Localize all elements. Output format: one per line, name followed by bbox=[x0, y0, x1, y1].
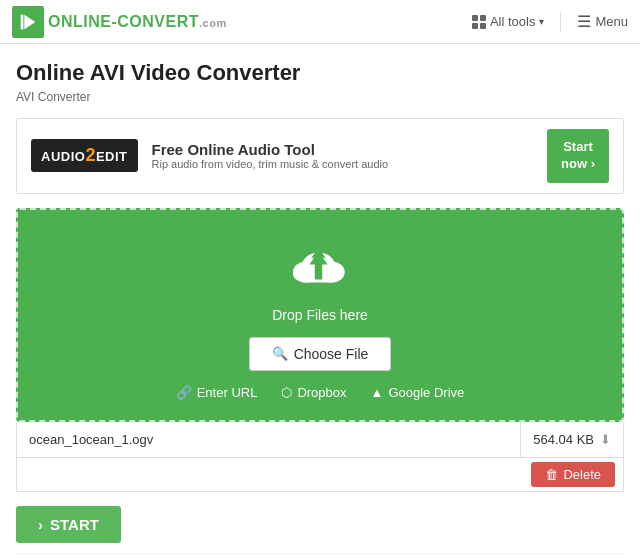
logo-svg bbox=[17, 11, 39, 33]
main-content: Online AVI Video Converter AVI Converter… bbox=[0, 44, 640, 560]
nav-divider bbox=[560, 12, 561, 32]
file-size-value: 564.04 KB bbox=[533, 432, 594, 447]
grid-icon bbox=[472, 15, 486, 29]
search-icon: 🔍 bbox=[272, 346, 288, 361]
ad-title: Free Online Audio Tool bbox=[152, 141, 534, 158]
ad-start-button[interactable]: Start now › bbox=[547, 129, 609, 183]
start-arrow-icon: › bbox=[38, 516, 43, 533]
start-section: › START bbox=[16, 492, 624, 553]
delete-label: Delete bbox=[563, 467, 601, 482]
delete-button[interactable]: 🗑 Delete bbox=[531, 462, 615, 487]
optional-settings: ⚙ Optional Settings Choose a Preset: no … bbox=[16, 553, 624, 560]
gdrive-icon: ▲ bbox=[371, 385, 384, 400]
ad-logo-after: EDIT bbox=[96, 149, 128, 164]
ad-logo-num: 2 bbox=[85, 145, 96, 165]
ad-logo: AUDIO2EDIT bbox=[31, 139, 138, 172]
enter-url-label: Enter URL bbox=[197, 385, 258, 400]
ad-logo-before: AUDIO bbox=[41, 149, 85, 164]
svg-rect-1 bbox=[21, 14, 24, 29]
menu-lines-icon: ☰ bbox=[577, 12, 591, 31]
logo-icon bbox=[12, 6, 44, 38]
ad-banner: AUDIO2EDIT Free Online Audio Tool Rip au… bbox=[16, 118, 624, 194]
dropbox-icon: ⬡ bbox=[281, 385, 292, 400]
drop-links: 🔗 Enter URL ⬡ Dropbox ▲ Google Drive bbox=[38, 385, 602, 400]
chevron-down-icon: ▾ bbox=[539, 16, 544, 27]
page-title: Online AVI Video Converter bbox=[16, 60, 624, 86]
header-nav: All tools ▾ ☰ Menu bbox=[472, 12, 628, 32]
ad-btn-line2: now bbox=[561, 156, 587, 171]
menu-nav[interactable]: ☰ Menu bbox=[577, 12, 628, 31]
start-label: START bbox=[50, 516, 99, 533]
breadcrumb: AVI Converter bbox=[16, 90, 624, 104]
menu-label: Menu bbox=[595, 14, 628, 29]
logo-com-text: .com bbox=[199, 17, 227, 29]
header: ONLINE-CONVERT.com All tools ▾ ☰ Menu bbox=[0, 0, 640, 44]
cloud-upload-svg bbox=[290, 236, 350, 296]
ad-subtitle: Rip audio from video, trim music & conve… bbox=[152, 158, 534, 170]
gdrive-link[interactable]: ▲ Google Drive bbox=[371, 385, 465, 400]
logo-main-text: ONLINE-CONVERT bbox=[48, 13, 199, 30]
file-row: ocean_1ocean_1.ogv 564.04 KB ⬇ bbox=[16, 422, 624, 458]
choose-file-button[interactable]: 🔍 Choose File bbox=[249, 337, 392, 371]
ad-text: Free Online Audio Tool Rip audio from vi… bbox=[152, 141, 534, 170]
drop-text: Drop Files here bbox=[38, 307, 602, 323]
svg-marker-0 bbox=[24, 14, 35, 29]
delete-row: 🗑 Delete bbox=[16, 458, 624, 492]
upload-icon bbox=[38, 236, 602, 299]
enter-url-link[interactable]: 🔗 Enter URL bbox=[176, 385, 258, 400]
drop-zone[interactable]: Drop Files here 🔍 Choose File 🔗 Enter UR… bbox=[16, 208, 624, 422]
download-icon: ⬇ bbox=[600, 432, 611, 447]
link-icon: 🔗 bbox=[176, 385, 192, 400]
file-name: ocean_1ocean_1.ogv bbox=[17, 422, 521, 457]
gdrive-label: Google Drive bbox=[388, 385, 464, 400]
all-tools-label: All tools bbox=[490, 14, 536, 29]
ad-btn-line1: Start bbox=[563, 139, 593, 154]
all-tools-nav[interactable]: All tools ▾ bbox=[472, 14, 545, 29]
file-size: 564.04 KB ⬇ bbox=[521, 422, 623, 457]
logo[interactable]: ONLINE-CONVERT.com bbox=[12, 6, 227, 38]
start-button[interactable]: › START bbox=[16, 506, 121, 543]
dropbox-link[interactable]: ⬡ Dropbox bbox=[281, 385, 346, 400]
logo-text: ONLINE-CONVERT.com bbox=[48, 13, 227, 31]
dropbox-label: Dropbox bbox=[297, 385, 346, 400]
choose-file-label: Choose File bbox=[294, 346, 369, 362]
trash-icon: 🗑 bbox=[545, 467, 558, 482]
